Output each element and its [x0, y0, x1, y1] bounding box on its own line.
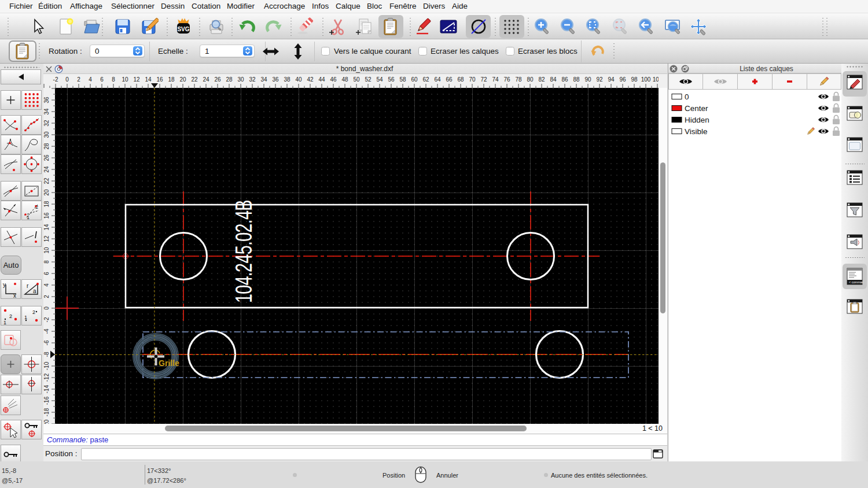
svg-text:2: 2	[43, 295, 50, 298]
svg-text:90: 90	[584, 76, 591, 83]
svg-text:64: 64	[434, 76, 441, 83]
svg-text:98: 98	[631, 76, 638, 83]
svg-text:80: 80	[527, 76, 534, 83]
svg-text:48: 48	[341, 76, 348, 83]
svg-text:-2: -2	[43, 317, 50, 322]
svg-text:62: 62	[422, 76, 429, 83]
svg-text:10: 10	[122, 76, 128, 83]
svg-text:< command: < command	[849, 280, 863, 284]
svg-text:96: 96	[619, 76, 626, 83]
svg-text:102: 102	[653, 76, 659, 83]
svg-text:92: 92	[596, 76, 603, 83]
svg-text:72: 72	[480, 76, 487, 83]
svg-text:38: 38	[284, 76, 290, 83]
svg-text:20: 20	[179, 76, 186, 83]
svg-text:50: 50	[353, 76, 360, 83]
svg-text:24: 24	[43, 166, 50, 173]
svg-text:26: 26	[214, 76, 221, 83]
svg-text:14: 14	[43, 224, 50, 231]
svg-text:-14: -14	[43, 385, 50, 393]
svg-text:32: 32	[43, 120, 50, 127]
svg-text:34: 34	[260, 76, 267, 83]
svg-text:42: 42	[307, 76, 314, 83]
svg-text:-16: -16	[43, 396, 50, 405]
svg-text:Hidden: Hidden	[685, 116, 709, 124]
svg-text:14: 14	[145, 76, 152, 83]
svg-text:-6: -6	[43, 340, 50, 345]
svg-text:40: 40	[295, 76, 302, 83]
svg-text:52: 52	[365, 76, 372, 83]
svg-text:20: 20	[43, 189, 50, 196]
svg-text:1: 1	[3, 320, 6, 325]
svg-text:94: 94	[608, 76, 615, 83]
svg-text:78: 78	[515, 76, 522, 83]
svg-text:1: 1	[27, 215, 30, 220]
svg-text:30: 30	[43, 131, 50, 138]
svg-text:28: 28	[43, 143, 50, 150]
svg-text:16: 16	[43, 212, 50, 219]
svg-text:-2: -2	[53, 76, 58, 83]
svg-text:30: 30	[237, 76, 244, 83]
svg-text:16: 16	[156, 76, 163, 83]
svg-text:8: 8	[112, 76, 115, 83]
svg-text:0: 0	[43, 306, 50, 310]
svg-text:x: x	[13, 293, 16, 298]
svg-text:76: 76	[503, 76, 510, 83]
svg-text:74: 74	[492, 76, 499, 83]
svg-text:18: 18	[168, 76, 175, 83]
svg-text:2: 2	[9, 313, 12, 319]
svg-text:8: 8	[43, 260, 50, 264]
svg-text:26: 26	[43, 154, 50, 161]
svg-text:34: 34	[43, 108, 50, 115]
svg-text:a: a	[33, 288, 36, 294]
svg-text:66: 66	[446, 76, 453, 83]
svg-text:6: 6	[43, 272, 50, 275]
svg-text:44: 44	[318, 76, 325, 83]
svg-text:-12: -12	[43, 373, 50, 382]
svg-text:2: 2	[35, 204, 38, 210]
svg-text:-4: -4	[43, 328, 50, 334]
svg-text:24: 24	[203, 76, 209, 83]
svg-text:4: 4	[43, 283, 50, 287]
svg-text:2: 2	[77, 76, 80, 83]
svg-text:0: 0	[685, 93, 689, 101]
svg-text:82: 82	[538, 76, 545, 83]
svg-text:36: 36	[272, 76, 279, 83]
svg-text:SVG: SVG	[177, 26, 189, 32]
svg-text:18: 18	[43, 201, 50, 208]
svg-text:22: 22	[43, 178, 50, 184]
svg-text:56: 56	[388, 76, 395, 83]
svg-text:68: 68	[457, 76, 464, 83]
svg-text:1: 1	[24, 315, 27, 320]
svg-text:6: 6	[100, 76, 104, 83]
svg-text:84: 84	[550, 76, 557, 83]
svg-text:Grille: Grille	[159, 358, 179, 368]
svg-text:y: y	[3, 282, 6, 288]
svg-text:22: 22	[191, 76, 198, 83]
svg-text:58: 58	[399, 76, 406, 83]
svg-text:Center: Center	[685, 104, 708, 113]
svg-text:2: 2	[32, 309, 35, 315]
svg-text:32: 32	[249, 76, 256, 83]
svg-text:28: 28	[226, 76, 233, 83]
svg-text:-8: -8	[43, 352, 50, 357]
svg-text:88: 88	[573, 76, 580, 83]
svg-text:10: 10	[43, 247, 50, 254]
svg-text:36: 36	[43, 97, 50, 103]
svg-text:-20: -20	[43, 419, 50, 424]
svg-text:86: 86	[561, 76, 568, 83]
svg-text:104.245.02.4B: 104.245.02.4B	[230, 199, 256, 303]
svg-text:r: r	[27, 283, 29, 289]
svg-text:46: 46	[330, 76, 337, 83]
svg-text:70: 70	[469, 76, 476, 83]
svg-text:12: 12	[43, 235, 50, 242]
svg-text:Visible: Visible	[685, 127, 708, 136]
svg-text:-18: -18	[43, 408, 50, 416]
svg-text:-10: -10	[43, 361, 50, 370]
svg-text:100: 100	[641, 76, 651, 83]
svg-text:0: 0	[65, 76, 69, 83]
svg-text:60: 60	[411, 76, 418, 83]
svg-text:54: 54	[376, 76, 383, 83]
svg-text:12: 12	[133, 76, 140, 83]
svg-text:4: 4	[89, 76, 92, 83]
